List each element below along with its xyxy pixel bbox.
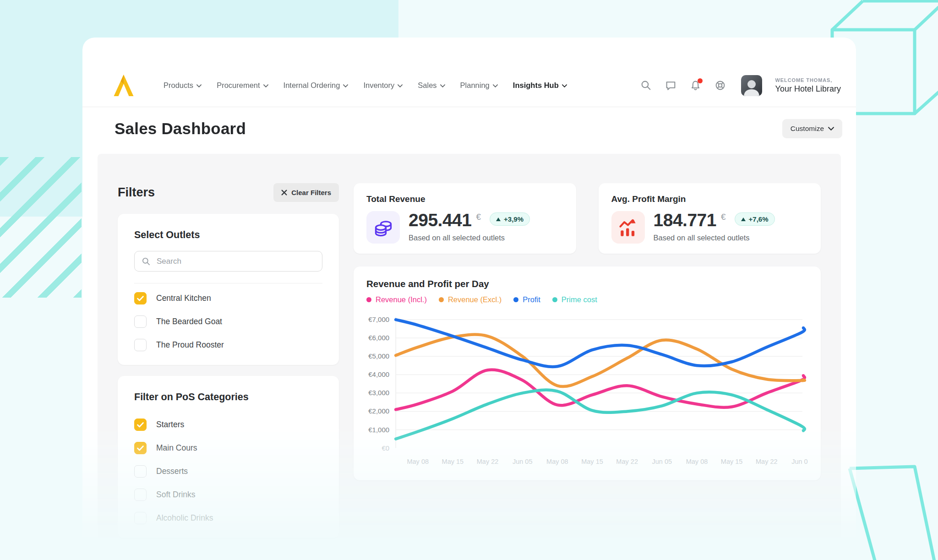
checkbox-unchecked[interactable] — [134, 339, 147, 351]
kpi-value: 295.441 — [409, 211, 471, 229]
top-navigation: ProductsProcurementInternal OrderingInve… — [82, 64, 856, 107]
help-icon[interactable] — [714, 80, 726, 91]
search-input[interactable] — [157, 257, 315, 266]
welcome-label: WELCOME THOMAS, — [775, 77, 841, 83]
svg-text:May 15: May 15 — [442, 458, 464, 465]
legend-item-prime-cost[interactable]: Prime cost — [552, 295, 597, 304]
check-icon — [137, 422, 144, 428]
customize-label: Customize — [791, 125, 824, 133]
nav-item-label: Procurement — [217, 81, 260, 90]
currency-symbol: € — [721, 212, 726, 222]
revenue-profit-chart: €7,000€6,000€5,000€4,000€3,000€2,000€1,0… — [366, 310, 808, 472]
nav-item-sales[interactable]: Sales — [418, 81, 445, 90]
filters-column: Filters Clear Filters Select Outlets Cen… — [118, 183, 339, 538]
pos-option-alcoholic-drinks[interactable]: Alcoholic Drinks — [134, 506, 322, 530]
notification-dot — [698, 78, 703, 83]
legend-label: Revenue (Incl.) — [376, 295, 427, 304]
checkbox-unchecked[interactable] — [134, 465, 147, 478]
nav-item-label: Products — [164, 81, 193, 90]
chat-icon[interactable] — [665, 80, 676, 91]
outlet-option-the-bearded-goat[interactable]: The Bearded Goat — [134, 310, 322, 333]
checkbox-unchecked[interactable] — [134, 489, 147, 501]
svg-text:€5,000: €5,000 — [368, 352, 389, 360]
svg-text:€7,000: €7,000 — [368, 315, 389, 323]
background-stripes — [0, 157, 82, 298]
pos-checkbox-list: StartersMain CoursDessertsSoft DrinksAlc… — [134, 413, 322, 530]
pos-option-main-cours[interactable]: Main Cours — [134, 436, 322, 460]
nav-item-inventory[interactable]: Inventory — [363, 81, 403, 90]
svg-text:May 22: May 22 — [477, 458, 499, 465]
checkbox-label: Desserts — [156, 467, 188, 476]
legend-item-revenue-excl-[interactable]: Revenue (Excl.) — [439, 295, 502, 304]
revenue-profit-chart-card: Revenue and Profit per Day Revenue (Incl… — [354, 266, 821, 480]
search-icon — [142, 257, 151, 266]
legend-item-revenue-incl-[interactable]: Revenue (Incl.) — [366, 295, 427, 304]
clear-filters-button[interactable]: Clear Filters — [273, 183, 339, 202]
currency-symbol: € — [476, 212, 481, 222]
legend-dot — [513, 297, 518, 302]
pos-option-starters[interactable]: Starters — [134, 413, 322, 436]
legend-label: Profit — [523, 295, 540, 304]
svg-text:Jun 05: Jun 05 — [652, 458, 672, 465]
kpi-row: Total Revenue — [354, 183, 821, 254]
checkbox-checked[interactable] — [134, 292, 147, 304]
chart-title: Revenue and Profit per Day — [366, 278, 808, 289]
nav-item-internal-ordering[interactable]: Internal Ordering — [284, 81, 349, 90]
svg-text:May 22: May 22 — [616, 458, 638, 465]
kpi-subtitle: Based on all selected outlets — [654, 234, 775, 242]
outlet-option-central-kitchen[interactable]: Central Kitchen — [134, 287, 322, 310]
bell-icon[interactable] — [690, 80, 701, 91]
delta-value: +7,6% — [749, 215, 769, 223]
outlet-option-the-proud-rooster[interactable]: The Proud Rooster — [134, 333, 322, 357]
checkbox-unchecked[interactable] — [134, 512, 147, 524]
avatar[interactable] — [741, 75, 762, 96]
series-revenue-incl- — [396, 370, 805, 410]
kpi-avg-profit-margin: Avg. Profit Margin — [599, 183, 821, 254]
main-column: Total Revenue — [354, 183, 821, 480]
pos-option-soft-drinks[interactable]: Soft Drinks — [134, 483, 322, 506]
svg-text:€2,000: €2,000 — [368, 407, 389, 415]
svg-text:€3,000: €3,000 — [368, 389, 389, 397]
nav-item-label: Internal Ordering — [284, 81, 340, 90]
checkbox-label: Alcoholic Drinks — [156, 513, 213, 523]
svg-text:€4,000: €4,000 — [368, 370, 389, 378]
svg-text:May 08: May 08 — [546, 458, 568, 465]
search-icon[interactable] — [640, 80, 652, 91]
chart-legend: Revenue (Incl.)Revenue (Excl.)ProfitPrim… — [366, 295, 808, 304]
nav-item-insights-hub[interactable]: Insights Hub — [513, 81, 567, 90]
legend-label: Revenue (Excl.) — [448, 295, 502, 304]
chevron-down-icon — [398, 84, 403, 87]
prism-bottom-right — [850, 467, 935, 560]
legend-item-profit[interactable]: Profit — [513, 295, 540, 304]
checkbox-checked[interactable] — [134, 442, 147, 454]
svg-text:May 08: May 08 — [686, 458, 708, 465]
checkbox-checked[interactable] — [134, 419, 147, 431]
checkbox-label: Central Kitchen — [156, 294, 211, 303]
nav-item-procurement[interactable]: Procurement — [217, 81, 268, 90]
divider — [134, 283, 322, 283]
pos-option-desserts[interactable]: Desserts — [134, 460, 322, 483]
chevron-down-icon — [263, 84, 268, 87]
nav-item-planning[interactable]: Planning — [460, 81, 498, 90]
delta-value: +3,9% — [504, 215, 524, 223]
kpi-subtitle: Based on all selected outlets — [409, 234, 530, 242]
logo-icon[interactable] — [112, 73, 135, 98]
checkbox-unchecked[interactable] — [134, 315, 147, 328]
user-greeting: WELCOME THOMAS, Your Hotel Library — [775, 77, 841, 94]
series-revenue-excl- — [396, 335, 805, 386]
nav-actions: WELCOME THOMAS, Your Hotel Library — [640, 75, 841, 96]
series-profit — [396, 320, 805, 367]
chevron-down-icon — [343, 84, 348, 87]
check-icon — [137, 296, 144, 301]
select-outlets-panel: Select Outlets Central KitchenThe Bearde… — [118, 214, 339, 365]
account-name: Your Hotel Library — [775, 84, 841, 94]
outlet-search — [134, 251, 322, 272]
nav-item-label: Sales — [418, 81, 436, 90]
dashboard-content: Filters Clear Filters Select Outlets Cen… — [98, 154, 841, 560]
nav-links: ProductsProcurementInternal OrderingInve… — [164, 81, 567, 90]
svg-text:€6,000: €6,000 — [368, 334, 389, 342]
nav-item-products[interactable]: Products — [164, 81, 202, 90]
svg-text:€1,000: €1,000 — [368, 426, 389, 434]
chevron-down-icon — [828, 127, 834, 130]
customize-button[interactable]: Customize — [782, 119, 842, 138]
